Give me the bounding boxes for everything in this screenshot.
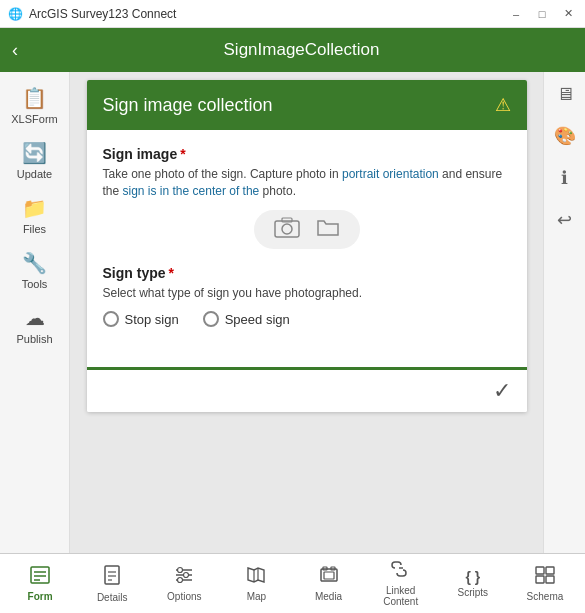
content-area: Sign image collection ⚠ Sign image* Take… [70,72,543,553]
stop-sign-label: Stop sign [125,312,179,327]
map-tab-label: Map [247,591,266,602]
form-tab-icon [30,566,50,589]
sign-image-desc: Take one photo of the sign. Capture phot… [103,166,511,200]
tab-media[interactable]: Media [303,562,355,606]
tab-form[interactable]: Form [14,562,66,606]
right-panel: 🖥 🎨 ℹ ↩ [543,72,585,553]
checkmark-button[interactable]: ✓ [493,378,511,404]
photo-btn-group [254,210,360,249]
sidebar-item-tools[interactable]: 🔧 Tools [4,245,66,296]
survey-title: Sign image collection [103,95,273,116]
sign-image-field: Sign image* Take one photo of the sign. … [103,146,511,249]
schema-tab-label: Schema [527,591,564,602]
sidebar-item-xlsform[interactable]: 📋 XLSForm [4,80,66,131]
publish-icon: ☁ [25,306,45,330]
tab-map[interactable]: Map [230,562,282,606]
update-label: Update [17,168,52,180]
svg-rect-24 [536,567,544,574]
form-tab-label: Form [28,591,53,602]
tab-options[interactable]: Options [158,562,210,606]
map-tab-icon [246,566,266,589]
radio-stop-sign[interactable]: Stop sign [103,311,179,327]
radio-speed-sign[interactable]: Speed sign [203,311,290,327]
folder-button[interactable] [316,217,340,242]
survey-alert-icon: ⚠ [495,94,511,116]
tools-icon: 🔧 [22,251,47,275]
svg-point-16 [178,577,183,582]
app-header: ‹ SignImageCollection [0,28,585,72]
linked-content-tab-label: LinkedContent [383,585,418,607]
app-icon: 🌐 [8,7,23,21]
scripts-tab-label: Scripts [458,587,489,598]
portrait-link: portrait orientation [342,167,439,181]
tab-scripts[interactable]: { } Scripts [447,565,499,602]
required-star-1: * [180,146,185,162]
sign-type-field: Sign type* Select what type of sign you … [103,265,511,328]
scripts-tab-icon: { } [465,569,480,585]
media-tab-label: Media [315,591,342,602]
svg-rect-26 [536,576,544,583]
sign-type-label: Sign type* [103,265,511,281]
survey-header: Sign image collection ⚠ [87,80,527,130]
tab-details[interactable]: Details [86,561,138,607]
xlsform-label: XLSForm [11,113,57,125]
required-star-2: * [169,265,174,281]
svg-rect-7 [105,566,119,584]
svg-point-14 [178,567,183,572]
options-tab-icon [174,566,194,589]
schema-tab-icon [535,566,555,589]
sign-type-desc: Select what type of sign you have photog… [103,285,511,302]
files-icon: 📁 [22,196,47,220]
tab-schema[interactable]: Schema [519,562,571,606]
radio-circle-speed [203,311,219,327]
svg-rect-25 [546,567,554,574]
radio-circle-stop [103,311,119,327]
media-tab-icon [319,566,339,589]
svg-point-1 [282,224,292,234]
app-name: ArcGIS Survey123 Connect [29,7,176,21]
sidebar-item-update[interactable]: 🔄 Update [4,135,66,186]
sidebar-item-files[interactable]: 📁 Files [4,190,66,241]
bottom-tabs: Form Details Options [0,553,585,613]
radio-options: Stop sign Speed sign [103,311,511,327]
sign-image-label: Sign image* [103,146,511,162]
form-footer: ✓ [87,370,527,412]
sidebar-item-publish[interactable]: ☁ Publish [4,300,66,351]
svg-rect-27 [546,576,554,583]
undo-icon[interactable]: ↩ [553,205,576,235]
sidebar: 📋 XLSForm 🔄 Update 📁 Files 🔧 Tools ☁ Pub… [0,72,70,553]
xlsform-icon: 📋 [22,86,47,110]
monitor-icon[interactable]: 🖥 [552,80,578,109]
main-layout: 📋 XLSForm 🔄 Update 📁 Files 🔧 Tools ☁ Pub… [0,72,585,553]
camera-button[interactable] [274,216,300,243]
tab-linked-content[interactable]: LinkedContent [375,556,427,611]
details-tab-label: Details [97,592,128,603]
title-bar: 🌐 ArcGIS Survey123 Connect – □ ✕ [0,0,585,28]
svg-point-15 [184,572,189,577]
svg-marker-17 [248,568,264,582]
publish-label: Publish [16,333,52,345]
options-tab-label: Options [167,591,201,602]
maximize-button[interactable]: □ [533,5,551,23]
files-label: Files [23,223,46,235]
close-button[interactable]: ✕ [559,5,577,23]
minimize-button[interactable]: – [507,5,525,23]
back-button[interactable]: ‹ [12,40,18,61]
update-icon: 🔄 [22,141,47,165]
window-controls: – □ ✕ [507,5,577,23]
details-tab-icon [103,565,121,590]
sign-link: sign is in the center of the [123,184,260,198]
app-title: SignImageCollection [30,40,573,60]
speed-sign-label: Speed sign [225,312,290,327]
survey-card: Sign image collection ⚠ Sign image* Take… [87,80,527,412]
tools-label: Tools [22,278,48,290]
svg-rect-23 [324,572,334,579]
palette-icon[interactable]: 🎨 [550,121,580,151]
photo-buttons [103,210,511,249]
form-content: Sign image* Take one photo of the sign. … [87,130,527,359]
linked-content-tab-icon [390,560,412,583]
info-icon[interactable]: ℹ [557,163,572,193]
